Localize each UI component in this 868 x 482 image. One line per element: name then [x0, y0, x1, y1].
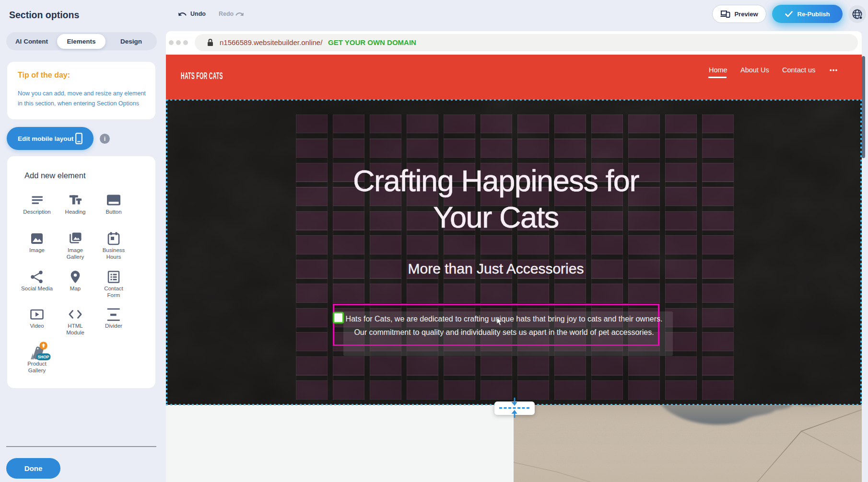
- svg-text:SHOP: SHOP: [37, 355, 49, 359]
